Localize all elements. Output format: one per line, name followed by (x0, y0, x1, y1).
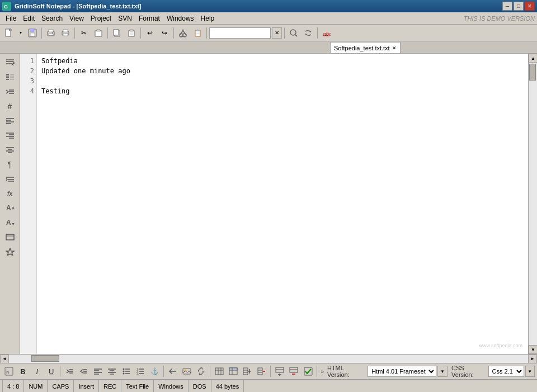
hash-button[interactable]: # (3, 100, 17, 113)
bt-sep-5 (317, 366, 317, 377)
search-input[interactable] (209, 27, 271, 39)
active-tab[interactable]: Softpedia_test.txt.txt ✕ (330, 42, 401, 53)
menu-edit[interactable]: Edit (20, 13, 38, 23)
svg-text:G: G (4, 4, 8, 10)
bt-align-left-button[interactable] (91, 365, 104, 378)
maximize-button[interactable]: □ (514, 2, 524, 11)
redo-button[interactable]: ↪ (158, 26, 171, 40)
text-increase-button[interactable]: A▲ (3, 201, 17, 215)
pilcrow-button[interactable]: ¶ (3, 158, 17, 171)
replace-button[interactable] (302, 26, 315, 40)
line-numbers-button[interactable] (3, 70, 17, 84)
spell-button[interactable]: abc (320, 26, 333, 40)
find-button[interactable] (287, 26, 300, 40)
bt-num-list-button[interactable]: 1.2.3. (134, 365, 147, 378)
print-setup-button[interactable] (44, 26, 58, 40)
css-version-arrow[interactable]: ▼ (525, 366, 535, 377)
bt-col-add-button[interactable] (241, 365, 254, 378)
box-button[interactable] (3, 230, 17, 244)
cut-page-button[interactable]: ✂ (77, 26, 91, 40)
caps-lock-indicator: CAPS (48, 380, 74, 392)
scroll-thumb-vertical[interactable] (529, 64, 536, 81)
scroll-thumb-horizontal[interactable] (31, 355, 59, 362)
window-controls: ─ □ ✕ (502, 2, 535, 11)
menu-view[interactable]: View (66, 13, 87, 23)
bt-expand-button[interactable]: » (319, 369, 325, 375)
menu-file[interactable]: File (2, 13, 20, 23)
bt-row-del-button[interactable] (288, 365, 300, 378)
svg-rect-15 (97, 30, 100, 31)
close-button[interactable]: ✕ (525, 2, 535, 11)
open-dropdown-button[interactable]: ▾ (17, 26, 25, 40)
down-indent-button[interactable] (3, 172, 17, 186)
bt-underline-button[interactable]: U (45, 365, 58, 378)
undo-button[interactable]: ↩ (143, 26, 157, 40)
scroll-right-button[interactable]: ► (528, 355, 537, 363)
bt-col-del-button[interactable] (255, 365, 268, 378)
menu-windows[interactable]: Windows (163, 13, 197, 23)
word-wrap-button[interactable] (3, 56, 17, 69)
svg-rect-108 (258, 368, 262, 375)
bt-row-add-button[interactable] (273, 365, 286, 378)
line-number: 1 (20, 56, 34, 66)
bt-align-center-button[interactable] (105, 365, 118, 378)
editor-area[interactable]: 1 2 3 4 Softpedia Updated one minute ago… (20, 54, 528, 354)
minimize-button[interactable]: ─ (502, 2, 512, 11)
bt-italic-button[interactable]: I (31, 365, 44, 378)
scroll-up-button[interactable]: ▲ (529, 54, 537, 63)
tab-close-button[interactable]: ✕ (392, 45, 397, 51)
paste-button[interactable] (125, 26, 138, 40)
menu-svn[interactable]: SVN (115, 13, 135, 23)
css-version-label: CSS Version: (451, 365, 487, 378)
bt-bullet-list-button[interactable] (120, 365, 133, 378)
save-button[interactable] (26, 26, 39, 40)
align-left-button[interactable] (3, 114, 17, 127)
scroll-down-button[interactable]: ▼ (529, 345, 537, 354)
bt-outdent-button[interactable] (77, 365, 90, 378)
menu-format[interactable]: Format (135, 13, 163, 23)
print-button[interactable] (59, 26, 72, 40)
paste-block-button[interactable] (92, 26, 105, 40)
align-right-button[interactable] (3, 129, 17, 142)
cut-button[interactable] (176, 26, 190, 40)
html-version-select[interactable]: Html 4.01 Frameset (368, 366, 436, 377)
center-align-button[interactable] (3, 143, 17, 157)
right-scrollbar[interactable]: ▲ ▼ (528, 54, 537, 354)
status-bar: 4 : 8 NUM CAPS Insert REC Text File Wind… (0, 380, 537, 392)
separator-5 (173, 27, 174, 39)
search-clear-button[interactable]: ✕ (272, 27, 282, 39)
bt-indent-button[interactable] (63, 365, 76, 378)
dos-indicator: DOS (189, 380, 211, 392)
text-decrease-button[interactable]: A▼ (3, 216, 17, 229)
insert-mode-indicator: Insert (74, 380, 99, 392)
new-button[interactable] (2, 26, 16, 40)
bt-bold-button[interactable]: B (16, 365, 29, 378)
star-button[interactable] (3, 245, 17, 258)
separator-3 (107, 27, 108, 39)
css-version-select[interactable]: Css 2.1 (488, 366, 524, 377)
menu-search[interactable]: Search (38, 13, 66, 23)
bt-sep-2 (163, 366, 164, 377)
bt-anchor-button[interactable]: ⚓ (148, 365, 161, 378)
html-version-arrow[interactable]: ▼ (437, 366, 447, 377)
copy-button[interactable] (110, 26, 124, 40)
bt-new-button[interactable]: N (2, 365, 15, 378)
clipboard-button[interactable]: 📋 (191, 26, 204, 40)
bottom-scrollbar: ◄ ► (0, 354, 537, 363)
svg-text:N: N (6, 370, 10, 375)
menu-help[interactable]: Help (197, 13, 218, 23)
menu-project[interactable]: Project (87, 13, 115, 23)
bt-image-button[interactable] (180, 365, 193, 378)
bt-table-button[interactable] (213, 365, 225, 378)
bt-check-button[interactable] (302, 365, 314, 378)
scroll-left-button[interactable]: ◄ (0, 355, 9, 363)
indent-button[interactable] (3, 85, 17, 98)
title-bar: G GridinSoft Notepad - [Softpedia_test.t… (0, 0, 537, 12)
fx-button[interactable]: fx (3, 187, 17, 200)
bt-back-button[interactable] (166, 365, 179, 378)
bt-table2-button[interactable] (227, 365, 239, 378)
bt-link-button[interactable] (195, 365, 208, 378)
svg-text:3.: 3. (136, 372, 139, 375)
editor-text[interactable]: Softpedia Updated one minute ago Testing (37, 54, 528, 354)
svg-point-10 (52, 32, 53, 34)
